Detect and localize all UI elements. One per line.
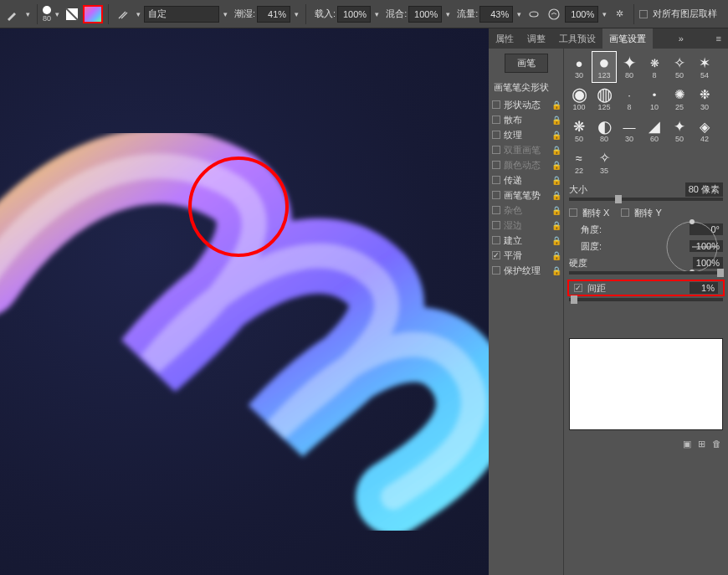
brush-panel-toggle-icon[interactable] (63, 5, 81, 23)
brush-option-3[interactable]: 双重画笔🔒 (489, 142, 563, 157)
brush-option-1[interactable]: 散布🔒 (489, 112, 563, 127)
lock-icon[interactable]: 🔒 (551, 191, 560, 199)
tab-adjustments[interactable]: 调整 (520, 28, 552, 49)
brush-option-7[interactable]: 杂色🔒 (489, 203, 563, 218)
option-checkbox[interactable] (492, 116, 500, 124)
create-brush-icon[interactable]: ⊞ (698, 439, 705, 449)
spacing-value[interactable]: 1% (690, 282, 718, 294)
tool-preset-chevron-icon[interactable]: ▾ (23, 10, 32, 18)
brushes-button[interactable]: 画笔 (505, 54, 548, 73)
smoothing-input[interactable] (565, 6, 598, 23)
wet-brush-icon[interactable] (114, 5, 132, 23)
brush-option-9[interactable]: 建立🔒 (489, 233, 563, 248)
brush-thumb-1[interactable]: ●123 (592, 52, 616, 82)
brush-thumb-3[interactable]: ❋8 (643, 52, 666, 82)
load-input[interactable] (337, 6, 371, 23)
brush-option-5[interactable]: 传递🔒 (489, 172, 563, 187)
brush-thumb-4[interactable]: ✧50 (668, 52, 691, 82)
brush-thumb-12[interactable]: ❋50 (567, 116, 591, 146)
option-checkbox[interactable] (492, 100, 500, 109)
brush-thumb-11[interactable]: ❉30 (693, 84, 716, 114)
option-checkbox[interactable] (492, 191, 500, 199)
brush-thumb-8[interactable]: ·8 (618, 84, 641, 114)
brush-tip-shape-header[interactable]: 画笔笔尖形状 (489, 78, 563, 97)
option-checkbox[interactable] (492, 131, 500, 139)
lock-icon[interactable]: 🔒 (551, 236, 560, 244)
brush-thumb-9[interactable]: •10 (643, 84, 666, 114)
trash-icon[interactable]: 🗑 (712, 439, 721, 449)
brush-thumb-17[interactable]: ◈42 (693, 116, 716, 146)
size-value[interactable]: 80 像素 (685, 182, 723, 197)
lock-icon[interactable]: 🔒 (551, 266, 560, 275)
mix-input[interactable] (408, 6, 442, 23)
flow-chevron-icon[interactable]: ▾ (515, 10, 523, 18)
smoothing-icon[interactable] (545, 5, 563, 23)
hardness-slider[interactable] (569, 271, 723, 275)
lock-icon[interactable]: 🔒 (551, 116, 560, 124)
smooth-chevron-icon[interactable]: ▾ (600, 10, 608, 18)
lock-icon[interactable]: 🔒 (551, 251, 560, 259)
brush-thumb-7[interactable]: ◍125 (592, 84, 616, 114)
angle-widget[interactable] (663, 218, 721, 276)
brush-thumb-15[interactable]: ◢60 (643, 116, 666, 146)
brush-size-picker[interactable]: 80 (43, 6, 51, 23)
wet-input[interactable] (257, 6, 290, 23)
gear-icon[interactable]: ✲ (610, 5, 628, 23)
load-chevron-icon[interactable]: ▾ (372, 10, 381, 18)
brush-thumb-6[interactable]: ◉100 (567, 84, 591, 114)
airbrush-icon[interactable] (525, 5, 543, 23)
tab-tool-presets[interactable]: 工具预设 (552, 28, 602, 49)
color-swatch[interactable] (83, 5, 103, 23)
lock-icon[interactable]: 🔒 (551, 221, 560, 229)
brush-thumb-10[interactable]: ✺25 (668, 84, 691, 114)
spacing-slider[interactable] (569, 298, 723, 301)
lock-icon[interactable]: 🔒 (551, 161, 560, 169)
flip-x-checkbox[interactable] (569, 208, 577, 217)
new-preset-icon[interactable]: ▣ (683, 439, 691, 449)
brush-thumb-18[interactable]: ≈22 (567, 147, 591, 177)
wet-chevron-icon[interactable]: ▾ (134, 10, 142, 18)
brush-thumb-14[interactable]: —30 (618, 116, 641, 146)
brush-picker-chevron-icon[interactable]: ▾ (53, 10, 61, 18)
brush-option-6[interactable]: 画笔笔势🔒 (489, 187, 563, 203)
option-checkbox[interactable] (492, 176, 500, 184)
option-checkbox[interactable] (492, 266, 500, 275)
option-checkbox[interactable] (492, 161, 500, 169)
brush-option-4[interactable]: 颜色动态🔒 (489, 157, 563, 172)
option-checkbox[interactable] (492, 221, 500, 229)
brush-thumb-0[interactable]: ●30 (567, 52, 591, 82)
all-layers-checkbox[interactable] (639, 10, 648, 18)
option-checkbox[interactable] (492, 251, 500, 259)
brush-thumb-5[interactable]: ✶54 (693, 52, 716, 82)
mode-dropdown[interactable] (144, 6, 219, 23)
brush-thumb-2[interactable]: ✦80 (618, 52, 641, 82)
lock-icon[interactable]: 🔒 (551, 176, 560, 184)
lock-icon[interactable]: 🔒 (551, 146, 560, 154)
tab-properties[interactable]: 属性 (489, 28, 520, 49)
canvas-area[interactable] (0, 28, 489, 575)
option-checkbox[interactable] (492, 206, 500, 214)
option-checkbox[interactable] (492, 146, 500, 154)
tabs-more-icon[interactable]: » (672, 33, 690, 44)
brush-option-11[interactable]: 保护纹理🔒 (489, 263, 563, 278)
wet-slider-chevron-icon[interactable]: ▾ (292, 10, 300, 18)
brush-thumb-19[interactable]: ✧35 (592, 147, 616, 177)
mode-chevron-icon[interactable]: ▾ (221, 10, 229, 18)
option-checkbox[interactable] (492, 236, 500, 244)
lock-icon[interactable]: 🔒 (551, 206, 560, 214)
flow-input[interactable] (479, 6, 513, 23)
mix-chevron-icon[interactable]: ▾ (443, 10, 452, 18)
brush-thumb-16[interactable]: ✦50 (668, 116, 691, 146)
brush-option-10[interactable]: 平滑🔒 (489, 248, 563, 263)
brush-option-8[interactable]: 湿边🔒 (489, 218, 563, 233)
lock-icon[interactable]: 🔒 (551, 100, 560, 109)
brush-option-0[interactable]: 形状动态🔒 (489, 97, 563, 112)
panel-menu-icon[interactable]: ≡ (710, 33, 728, 44)
flip-y-checkbox[interactable] (621, 208, 629, 217)
tab-brush-settings[interactable]: 画笔设置 (602, 28, 653, 49)
brush-option-2[interactable]: 纹理🔒 (489, 127, 563, 142)
spacing-checkbox[interactable] (574, 284, 582, 292)
size-slider[interactable] (569, 198, 723, 201)
brush-thumb-13[interactable]: ◐80 (592, 116, 616, 146)
lock-icon[interactable]: 🔒 (551, 131, 560, 139)
